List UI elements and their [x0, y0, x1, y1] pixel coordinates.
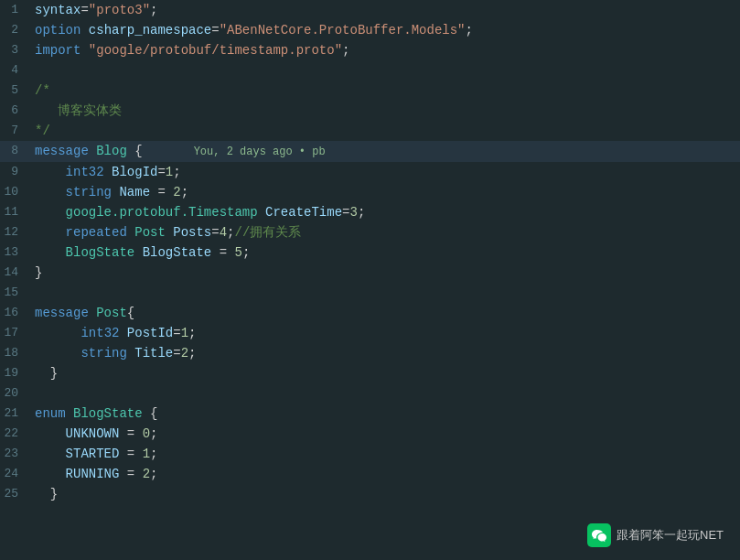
- line-content: }: [26, 263, 740, 283]
- line-content: syntax="proto3";: [26, 0, 740, 20]
- line-content: 博客实体类: [26, 101, 740, 121]
- line-content: google.protobuf.Timestamp CreateTime=3;: [26, 202, 740, 222]
- line-number: 22: [0, 424, 26, 444]
- line-number: 11: [0, 202, 26, 222]
- line-content: enum BlogState {: [26, 404, 740, 424]
- line-number: 9: [0, 162, 26, 182]
- code-line-19: 19 }: [0, 363, 740, 383]
- line-content: message Post{: [26, 303, 740, 323]
- line-number: 2: [0, 20, 26, 40]
- line-number: 12: [0, 222, 26, 242]
- code-line-7: 7 */: [0, 121, 740, 141]
- code-line-9: 9 int32 BlogId=1;: [0, 162, 740, 182]
- line-number: 13: [0, 242, 26, 263]
- line-number: 7: [0, 121, 26, 141]
- watermark-text: 跟着阿笨一起玩NET: [617, 527, 724, 544]
- line-content: string Name = 2;: [26, 182, 740, 202]
- line-content: [26, 383, 740, 404]
- line-content: int32 BlogId=1;: [26, 162, 740, 182]
- code-line-15: 15: [0, 283, 740, 303]
- line-number: 4: [0, 60, 26, 81]
- code-line-16: 16 message Post{: [0, 303, 740, 323]
- code-line-18: 18 string Title=2;: [0, 343, 740, 363]
- line-number: 6: [0, 101, 26, 121]
- line-number: 21: [0, 404, 26, 424]
- line-content: string Title=2;: [26, 343, 740, 363]
- code-line-25: 25 }: [0, 484, 740, 504]
- code-line-10: 10 string Name = 2;: [0, 182, 740, 202]
- code-line-8: 8 message Blog { You, 2 days ago • pb: [0, 141, 740, 162]
- line-content: int32 PostId=1;: [26, 323, 740, 343]
- line-content: BlogState BlogState = 5;: [26, 242, 740, 263]
- code-line-4: 4: [0, 60, 740, 81]
- line-number: 15: [0, 283, 26, 303]
- line-number: 19: [0, 363, 26, 383]
- code-line-5: 5 /*: [0, 81, 740, 101]
- code-line-23: 23 STARTED = 1;: [0, 444, 740, 464]
- line-number: 23: [0, 444, 26, 464]
- line-content: [26, 60, 740, 81]
- line-content: option csharp_namespace="ABenNetCore.Pro…: [26, 20, 740, 40]
- line-number: 24: [0, 464, 26, 484]
- wechat-icon: [587, 523, 611, 547]
- line-number: 17: [0, 323, 26, 343]
- line-content: /*: [26, 81, 740, 101]
- line-content: STARTED = 1;: [26, 444, 740, 464]
- line-content: */: [26, 121, 740, 141]
- code-line-24: 24 RUNNING = 2;: [0, 464, 740, 484]
- line-number: 25: [0, 484, 26, 504]
- watermark: 跟着阿笨一起玩NET: [587, 523, 724, 547]
- line-content: }: [26, 484, 740, 504]
- code-line-13: 13 BlogState BlogState = 5;: [0, 242, 740, 263]
- line-content: [26, 283, 740, 303]
- line-number: 16: [0, 303, 26, 323]
- code-line-3: 3 import "google/protobuf/timestamp.prot…: [0, 40, 740, 60]
- line-number: 3: [0, 40, 26, 60]
- code-line-17: 17 int32 PostId=1;: [0, 323, 740, 343]
- code-line-6: 6 博客实体类: [0, 101, 740, 121]
- code-line-11: 11 google.protobuf.Timestamp CreateTime=…: [0, 202, 740, 222]
- line-content: }: [26, 363, 740, 383]
- line-number: 8: [0, 141, 26, 161]
- line-content: UNKNOWN = 0;: [26, 424, 740, 444]
- line-number: 5: [0, 81, 26, 101]
- code-line-1: 1 syntax="proto3";: [0, 0, 740, 20]
- code-editor: 1 syntax="proto3"; 2 option csharp_names…: [0, 0, 740, 560]
- line-number: 18: [0, 343, 26, 363]
- code-line-2: 2 option csharp_namespace="ABenNetCore.P…: [0, 20, 740, 40]
- line-number: 14: [0, 263, 26, 283]
- code-line-14: 14 }: [0, 263, 740, 283]
- line-number: 20: [0, 383, 26, 404]
- line-content: repeated Post Posts=4;//拥有关系: [26, 222, 740, 242]
- line-content: import "google/protobuf/timestamp.proto"…: [26, 40, 740, 60]
- git-annotation: You, 2 days ago • pb: [161, 145, 326, 158]
- line-content: message Blog { You, 2 days ago • pb: [26, 141, 740, 162]
- line-number: 10: [0, 182, 26, 202]
- code-line-22: 22 UNKNOWN = 0;: [0, 424, 740, 444]
- code-line-21: 21 enum BlogState {: [0, 404, 740, 424]
- line-number: 1: [0, 0, 26, 20]
- code-line-20: 20: [0, 383, 740, 404]
- code-line-12: 12 repeated Post Posts=4;//拥有关系: [0, 222, 740, 242]
- line-content: RUNNING = 2;: [26, 464, 740, 484]
